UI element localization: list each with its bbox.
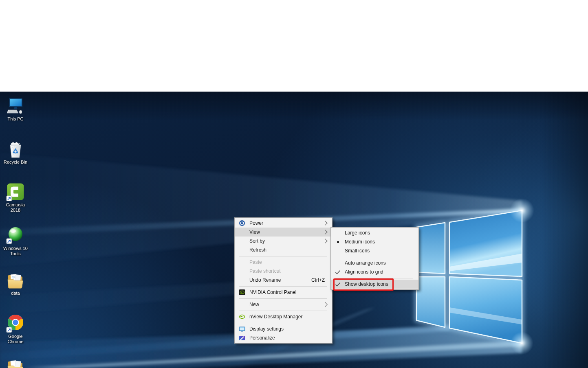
shortcut-arrow-badge: [7, 196, 12, 201]
recycle-bin-icon: [6, 140, 25, 159]
top-white-band: [0, 0, 588, 92]
menu-item-label: Large icons: [345, 230, 418, 236]
menu-item-paste[interactable]: Paste: [235, 258, 332, 267]
menu-item-label: View: [249, 229, 324, 235]
nview-icon: [239, 313, 245, 320]
icon-label: Windows 10: [3, 246, 28, 251]
nvidia-icon: [239, 289, 245, 296]
personalize-icon: [239, 335, 245, 341]
chevron-right-icon: [323, 239, 327, 243]
menu-item-label: Refresh: [249, 247, 332, 253]
display-icon: [239, 326, 245, 332]
menu-item-label: Display settings: [249, 326, 332, 332]
desktop[interactable]: This PC Recycle Bin: [0, 92, 588, 368]
icon-label: Recycle Bin: [4, 160, 27, 164]
menu-item-label: Paste shortcut: [249, 268, 332, 274]
menu-separator: [239, 256, 327, 256]
chevron-right-icon: [323, 230, 327, 234]
submenu-item-large-icons[interactable]: Large icons: [331, 228, 418, 237]
menu-item-display-settings[interactable]: Display settings: [235, 324, 332, 333]
desktop-icon-windows-10-tools[interactable]: Windows 10Tools: [2, 226, 29, 256]
submenu-item-auto-arrange-icons[interactable]: Auto arrange icons: [331, 258, 418, 267]
menu-item-accelerator: Ctrl+Z: [311, 277, 332, 283]
menu-separator: [239, 323, 327, 323]
menu-item-view[interactable]: View: [235, 228, 332, 237]
menu-item-undo-rename[interactable]: Undo Rename Ctrl+Z: [235, 276, 332, 285]
submenu-item-small-icons[interactable]: Small icons: [331, 246, 418, 255]
icon-label: Camtasia: [6, 202, 25, 207]
icon-label: This PC: [7, 116, 23, 121]
menu-item-label: Undo Rename: [249, 277, 311, 283]
menu-item-paste-shortcut[interactable]: Paste shortcut: [235, 267, 332, 276]
screenshot: This PC Recycle Bin: [0, 0, 588, 368]
desktop-context-menu: Power View Sort by Refresh Paste: [234, 217, 333, 344]
menu-item-label: Paste: [249, 259, 332, 265]
submenu-item-align-icons-to-grid[interactable]: Align icons to grid: [331, 267, 418, 276]
menu-separator: [239, 286, 327, 287]
desktop-icon-data[interactable]: data: [2, 271, 29, 296]
menu-item-label: Auto arrange icons: [345, 260, 418, 266]
menu-item-nview-desktop-manager[interactable]: nView Desktop Manager: [235, 312, 332, 321]
desktop-icon-this-pc[interactable]: This PC: [2, 96, 29, 122]
submenu-item-medium-icons[interactable]: Medium icons: [331, 237, 418, 246]
menu-item-power[interactable]: Power: [235, 219, 332, 228]
data-folder-icon: [6, 271, 25, 290]
menu-item-label: NVIDIA Control Panel: [249, 289, 332, 295]
menu-item-label: Align icons to grid: [345, 269, 418, 275]
chevron-right-icon: [323, 221, 327, 225]
menu-item-sort-by[interactable]: Sort by: [235, 237, 332, 245]
menu-item-label: Medium icons: [345, 239, 418, 245]
camtasia-icon: [6, 182, 25, 202]
menu-item-refresh[interactable]: Refresh: [235, 245, 332, 254]
menu-item-label: nView Desktop Manager: [249, 314, 332, 320]
chevron-right-icon: [323, 302, 327, 307]
menu-item-label: Small icons: [345, 248, 418, 254]
menu-item-nvidia-control-panel[interactable]: NVIDIA Control Panel: [235, 288, 332, 297]
desktop-icon-folder-partial[interactable]: [2, 357, 29, 368]
desktop-icon-recycle-bin[interactable]: Recycle Bin: [2, 140, 29, 165]
desktop-icon-google-chrome[interactable]: GoogleChrome: [2, 314, 29, 344]
menu-item-label: Personalize: [249, 335, 332, 341]
radio-bullet-icon: [337, 241, 339, 243]
shortcut-arrow-badge: [7, 239, 12, 244]
desktop-icon-camtasia-2018[interactable]: Camtasia2018: [2, 182, 29, 213]
this-pc-icon: [6, 96, 25, 116]
menu-item-new[interactable]: New: [235, 300, 332, 309]
menu-item-label: Power: [249, 220, 324, 226]
menu-separator: [239, 311, 327, 311]
red-annotation-box: [333, 278, 394, 291]
power-icon: [239, 220, 245, 226]
checkmark-icon: [335, 270, 341, 274]
icon-label: data: [11, 291, 20, 296]
menu-separator: [335, 257, 413, 257]
icon-label: Google: [8, 334, 22, 339]
windows-10-tools-icon: [6, 226, 25, 245]
menu-item-label: Sort by: [249, 238, 324, 244]
menu-item-label: New: [249, 302, 324, 307]
google-chrome-icon: [6, 314, 25, 333]
menu-item-personalize[interactable]: Personalize: [235, 333, 332, 342]
menu-separator: [239, 298, 327, 299]
folder-icon: [6, 357, 25, 368]
shortcut-arrow-badge: [7, 327, 12, 333]
